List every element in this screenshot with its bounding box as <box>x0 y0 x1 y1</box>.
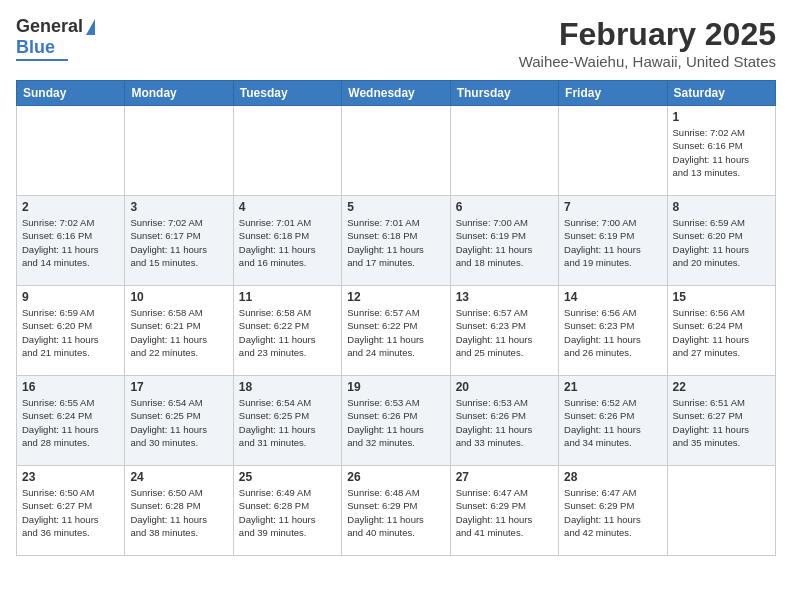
day-number: 14 <box>564 290 661 304</box>
calendar-day <box>125 106 233 196</box>
day-number: 16 <box>22 380 119 394</box>
day-info: Sunrise: 7:02 AM Sunset: 6:16 PM Dayligh… <box>673 126 770 179</box>
day-info: Sunrise: 6:56 AM Sunset: 6:23 PM Dayligh… <box>564 306 661 359</box>
day-info: Sunrise: 6:58 AM Sunset: 6:22 PM Dayligh… <box>239 306 336 359</box>
day-number: 2 <box>22 200 119 214</box>
day-number: 6 <box>456 200 553 214</box>
calendar-week-2: 2Sunrise: 7:02 AM Sunset: 6:16 PM Daylig… <box>17 196 776 286</box>
calendar-day: 28Sunrise: 6:47 AM Sunset: 6:29 PM Dayli… <box>559 466 667 556</box>
day-info: Sunrise: 7:00 AM Sunset: 6:19 PM Dayligh… <box>456 216 553 269</box>
calendar-day <box>17 106 125 196</box>
day-info: Sunrise: 6:55 AM Sunset: 6:24 PM Dayligh… <box>22 396 119 449</box>
header-sunday: Sunday <box>17 81 125 106</box>
calendar-day: 20Sunrise: 6:53 AM Sunset: 6:26 PM Dayli… <box>450 376 558 466</box>
day-info: Sunrise: 6:54 AM Sunset: 6:25 PM Dayligh… <box>239 396 336 449</box>
header-monday: Monday <box>125 81 233 106</box>
day-info: Sunrise: 7:01 AM Sunset: 6:18 PM Dayligh… <box>347 216 444 269</box>
day-number: 18 <box>239 380 336 394</box>
calendar-title: February 2025 <box>519 16 776 53</box>
day-number: 20 <box>456 380 553 394</box>
calendar-day: 15Sunrise: 6:56 AM Sunset: 6:24 PM Dayli… <box>667 286 775 376</box>
calendar-day: 10Sunrise: 6:58 AM Sunset: 6:21 PM Dayli… <box>125 286 233 376</box>
day-info: Sunrise: 6:50 AM Sunset: 6:27 PM Dayligh… <box>22 486 119 539</box>
calendar-day: 4Sunrise: 7:01 AM Sunset: 6:18 PM Daylig… <box>233 196 341 286</box>
calendar-day: 5Sunrise: 7:01 AM Sunset: 6:18 PM Daylig… <box>342 196 450 286</box>
header-saturday: Saturday <box>667 81 775 106</box>
header-tuesday: Tuesday <box>233 81 341 106</box>
logo-underline <box>16 59 68 61</box>
calendar-day: 26Sunrise: 6:48 AM Sunset: 6:29 PM Dayli… <box>342 466 450 556</box>
calendar-day: 24Sunrise: 6:50 AM Sunset: 6:28 PM Dayli… <box>125 466 233 556</box>
logo-text-blue: Blue <box>16 37 55 58</box>
day-info: Sunrise: 6:57 AM Sunset: 6:22 PM Dayligh… <box>347 306 444 359</box>
day-number: 17 <box>130 380 227 394</box>
calendar-day <box>450 106 558 196</box>
calendar-day: 23Sunrise: 6:50 AM Sunset: 6:27 PM Dayli… <box>17 466 125 556</box>
calendar-week-3: 9Sunrise: 6:59 AM Sunset: 6:20 PM Daylig… <box>17 286 776 376</box>
day-number: 10 <box>130 290 227 304</box>
header-wednesday: Wednesday <box>342 81 450 106</box>
day-info: Sunrise: 6:51 AM Sunset: 6:27 PM Dayligh… <box>673 396 770 449</box>
day-number: 24 <box>130 470 227 484</box>
calendar-week-4: 16Sunrise: 6:55 AM Sunset: 6:24 PM Dayli… <box>17 376 776 466</box>
logo-triangle-icon <box>86 19 95 35</box>
calendar-header-row: Sunday Monday Tuesday Wednesday Thursday… <box>17 81 776 106</box>
day-number: 28 <box>564 470 661 484</box>
calendar-table: Sunday Monday Tuesday Wednesday Thursday… <box>16 80 776 556</box>
day-info: Sunrise: 7:02 AM Sunset: 6:16 PM Dayligh… <box>22 216 119 269</box>
day-number: 27 <box>456 470 553 484</box>
calendar-day: 7Sunrise: 7:00 AM Sunset: 6:19 PM Daylig… <box>559 196 667 286</box>
day-info: Sunrise: 7:02 AM Sunset: 6:17 PM Dayligh… <box>130 216 227 269</box>
calendar-day <box>233 106 341 196</box>
calendar-day: 6Sunrise: 7:00 AM Sunset: 6:19 PM Daylig… <box>450 196 558 286</box>
day-info: Sunrise: 7:00 AM Sunset: 6:19 PM Dayligh… <box>564 216 661 269</box>
calendar-day: 25Sunrise: 6:49 AM Sunset: 6:28 PM Dayli… <box>233 466 341 556</box>
day-number: 21 <box>564 380 661 394</box>
day-number: 9 <box>22 290 119 304</box>
logo: General Blue <box>16 16 95 61</box>
day-number: 5 <box>347 200 444 214</box>
day-number: 7 <box>564 200 661 214</box>
calendar-day: 19Sunrise: 6:53 AM Sunset: 6:26 PM Dayli… <box>342 376 450 466</box>
day-info: Sunrise: 6:47 AM Sunset: 6:29 PM Dayligh… <box>456 486 553 539</box>
calendar-day: 11Sunrise: 6:58 AM Sunset: 6:22 PM Dayli… <box>233 286 341 376</box>
day-number: 11 <box>239 290 336 304</box>
calendar-week-5: 23Sunrise: 6:50 AM Sunset: 6:27 PM Dayli… <box>17 466 776 556</box>
calendar-day: 9Sunrise: 6:59 AM Sunset: 6:20 PM Daylig… <box>17 286 125 376</box>
day-info: Sunrise: 6:50 AM Sunset: 6:28 PM Dayligh… <box>130 486 227 539</box>
day-info: Sunrise: 6:48 AM Sunset: 6:29 PM Dayligh… <box>347 486 444 539</box>
day-info: Sunrise: 6:58 AM Sunset: 6:21 PM Dayligh… <box>130 306 227 359</box>
calendar-day: 14Sunrise: 6:56 AM Sunset: 6:23 PM Dayli… <box>559 286 667 376</box>
header-friday: Friday <box>559 81 667 106</box>
logo-text-general: General <box>16 16 83 37</box>
day-info: Sunrise: 6:52 AM Sunset: 6:26 PM Dayligh… <box>564 396 661 449</box>
day-number: 15 <box>673 290 770 304</box>
calendar-day: 21Sunrise: 6:52 AM Sunset: 6:26 PM Dayli… <box>559 376 667 466</box>
day-info: Sunrise: 6:54 AM Sunset: 6:25 PM Dayligh… <box>130 396 227 449</box>
calendar-day <box>559 106 667 196</box>
calendar-day <box>667 466 775 556</box>
calendar-day: 18Sunrise: 6:54 AM Sunset: 6:25 PM Dayli… <box>233 376 341 466</box>
day-number: 12 <box>347 290 444 304</box>
calendar-day <box>342 106 450 196</box>
day-number: 26 <box>347 470 444 484</box>
day-info: Sunrise: 6:57 AM Sunset: 6:23 PM Dayligh… <box>456 306 553 359</box>
day-number: 13 <box>456 290 553 304</box>
calendar-day: 2Sunrise: 7:02 AM Sunset: 6:16 PM Daylig… <box>17 196 125 286</box>
calendar-day: 13Sunrise: 6:57 AM Sunset: 6:23 PM Dayli… <box>450 286 558 376</box>
header-thursday: Thursday <box>450 81 558 106</box>
calendar-day: 27Sunrise: 6:47 AM Sunset: 6:29 PM Dayli… <box>450 466 558 556</box>
day-info: Sunrise: 6:53 AM Sunset: 6:26 PM Dayligh… <box>456 396 553 449</box>
day-info: Sunrise: 6:59 AM Sunset: 6:20 PM Dayligh… <box>673 216 770 269</box>
calendar-day: 16Sunrise: 6:55 AM Sunset: 6:24 PM Dayli… <box>17 376 125 466</box>
calendar-day: 1Sunrise: 7:02 AM Sunset: 6:16 PM Daylig… <box>667 106 775 196</box>
day-number: 23 <box>22 470 119 484</box>
day-info: Sunrise: 6:53 AM Sunset: 6:26 PM Dayligh… <box>347 396 444 449</box>
day-number: 19 <box>347 380 444 394</box>
day-number: 25 <box>239 470 336 484</box>
day-number: 3 <box>130 200 227 214</box>
day-number: 8 <box>673 200 770 214</box>
calendar-day: 12Sunrise: 6:57 AM Sunset: 6:22 PM Dayli… <box>342 286 450 376</box>
day-info: Sunrise: 6:59 AM Sunset: 6:20 PM Dayligh… <box>22 306 119 359</box>
calendar-week-1: 1Sunrise: 7:02 AM Sunset: 6:16 PM Daylig… <box>17 106 776 196</box>
